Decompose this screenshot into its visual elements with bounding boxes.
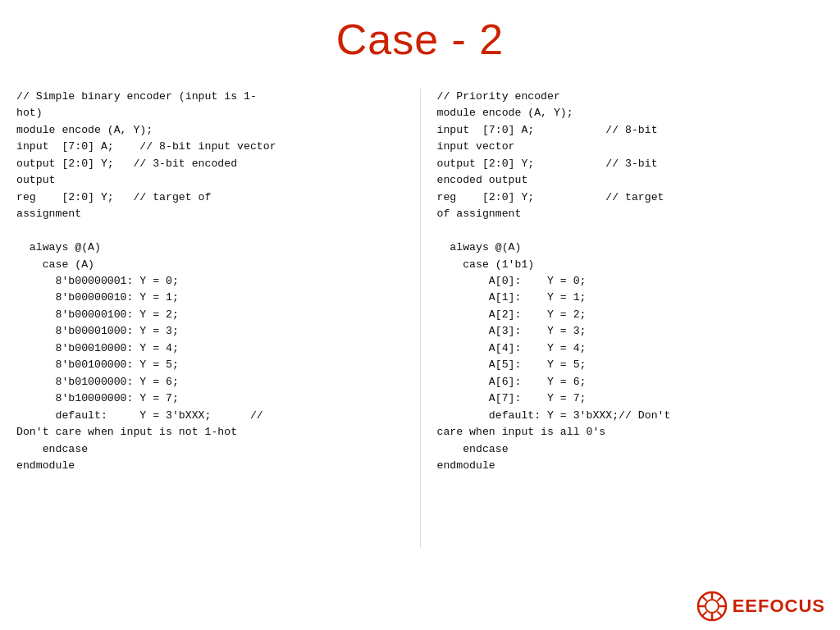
eefocus-logo-icon (696, 591, 728, 622)
left-code-block: // Simple binary encoder (input is 1- ho… (16, 89, 404, 548)
svg-line-7 (717, 612, 722, 617)
vertical-divider (420, 89, 421, 548)
page-title: Case - 2 (0, 0, 840, 80)
footer: EEFOCUS (696, 591, 825, 622)
right-code-block: // Priority encoder module encode (A, Y)… (437, 89, 824, 548)
eefocus-logo: EEFOCUS (696, 591, 825, 622)
svg-line-8 (717, 596, 722, 601)
svg-point-1 (705, 600, 719, 613)
svg-line-9 (701, 612, 706, 617)
svg-line-6 (701, 596, 706, 601)
content-area: // Simple binary encoder (input is 1- ho… (0, 80, 840, 556)
eefocus-logo-text: EEFOCUS (733, 596, 825, 617)
